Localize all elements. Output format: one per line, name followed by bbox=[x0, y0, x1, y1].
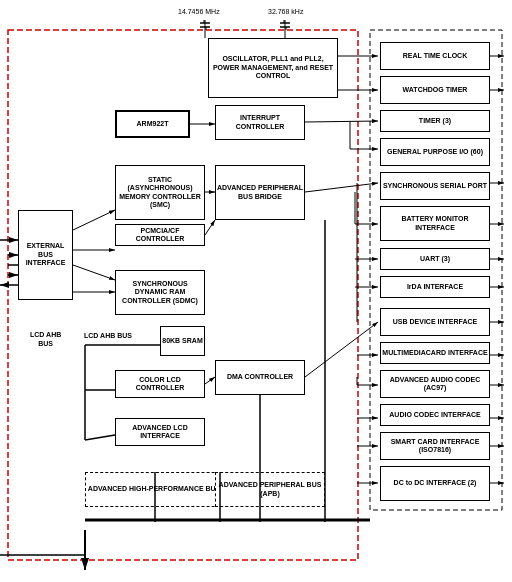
audio-ac97-block: ADVANCED AUDIO CODEC (AC97) bbox=[380, 370, 490, 398]
arm-block: ARM922T bbox=[115, 110, 190, 138]
timer-block: TIMER (3) bbox=[380, 110, 490, 132]
dma-block: DMA CONTROLLER bbox=[215, 360, 305, 395]
interrupt-block: INTERRUPT CONTROLLER bbox=[215, 105, 305, 140]
freq1-label: 14.7456 MHz bbox=[178, 8, 220, 15]
irda-block: IrDA INTERFACE bbox=[380, 276, 490, 298]
svg-line-55 bbox=[205, 377, 215, 384]
smc-block: STATIC (ASYNCHRONOUS) MEMORY CONTROLLER … bbox=[115, 165, 205, 220]
sdmc-block: SYNCHRONOUS DYNAMIC RAM CONTROLLER (SDMC… bbox=[115, 270, 205, 315]
svg-line-40 bbox=[73, 265, 115, 280]
svg-line-38 bbox=[73, 210, 115, 230]
pcmcia-block: PCMCIA/CF CONTROLLER bbox=[115, 224, 205, 246]
svg-line-42 bbox=[205, 220, 215, 235]
svg-line-53 bbox=[85, 435, 115, 440]
lcd-ahb-label: LCD AHB BUS bbox=[78, 332, 138, 339]
apb-bridge-block: ADVANCED PERIPHERAL BUS BRIDGE bbox=[215, 165, 305, 220]
smart-card-block: SMART CARD INTERFACE (ISO7816) bbox=[380, 432, 490, 460]
dc-dc-block: DC to DC INTERFACE (2) bbox=[380, 466, 490, 501]
color-lcd-block: COLOR LCD CONTROLLER bbox=[115, 370, 205, 398]
rtc-block: REAL TIME CLOCK bbox=[380, 42, 490, 70]
ssp-block: SYNCHRONOUS SERIAL PORT bbox=[380, 172, 490, 200]
battery-block: BATTERY MONITOR INTERFACE bbox=[380, 206, 490, 241]
apb-block: ADVANCED PERIPHERAL BUS (APB) bbox=[215, 472, 325, 507]
audio-codec-block: AUDIO CODEC INTERFACE bbox=[380, 404, 490, 426]
mmc-block: MULTIMEDIACARD INTERFACE bbox=[380, 342, 490, 364]
diagram: 14.7456 MHz 32.768 kHz OSCILLATOR, PLL1 … bbox=[0, 0, 512, 582]
svg-line-21 bbox=[305, 183, 378, 192]
lcd-ahb-bus-label: LCD AHBBUS bbox=[30, 330, 61, 348]
svg-line-18 bbox=[305, 121, 378, 122]
sram-block: 80KB SRAM bbox=[160, 326, 205, 356]
svg-line-26 bbox=[305, 322, 378, 377]
gpio-block: GENERAL PURPOSE I/O (60) bbox=[380, 138, 490, 166]
adv-lcd-block: ADVANCED LCD INTERFACE bbox=[115, 418, 205, 446]
oscillator-block: OSCILLATOR, PLL1 and PLL2, POWER MANAGEM… bbox=[208, 38, 338, 98]
ext-bus-block: EXTERNAL BUS INTERFACE bbox=[18, 210, 73, 300]
uart-block: UART (3) bbox=[380, 248, 490, 270]
freq2-label: 32.768 kHz bbox=[268, 8, 303, 15]
watchdog-block: WATCHDOG TIMER bbox=[380, 76, 490, 104]
usb-block: USB DEVICE INTERFACE bbox=[380, 308, 490, 336]
